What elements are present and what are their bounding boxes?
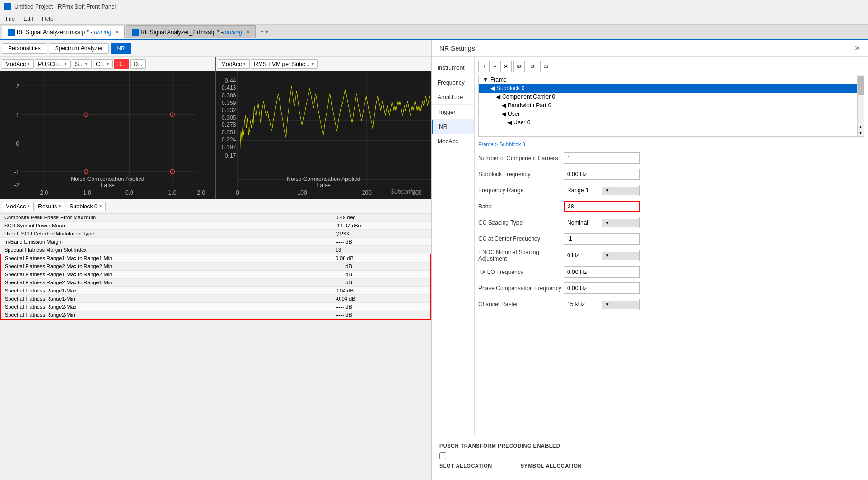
tab-add-button[interactable]: + ▾ <box>257 27 272 37</box>
chart1-c[interactable]: C...▼ <box>93 59 113 69</box>
field-freq-range-arrow[interactable]: ▼ <box>602 187 640 195</box>
field-cc-center-input[interactable] <box>564 233 640 245</box>
tree-item-cc0[interactable]: ◀ Component Carrier 0 <box>479 93 864 101</box>
tab-2-close[interactable]: ✕ <box>246 29 250 35</box>
field-tx-lo-input[interactable] <box>564 266 640 278</box>
field-phase-comp-input[interactable] <box>564 282 640 294</box>
tree-item-bwp0-label: Bandwidth Part 0 <box>508 102 551 109</box>
chart1-d1-label: D... <box>117 61 126 67</box>
tree-toolbar: + ▾ ✕ ⧉ ⧉ ⧉ <box>478 61 864 72</box>
row-label: User 0 SCH Detected Modulation Type <box>0 230 332 238</box>
chart1-s-label: S... <box>75 61 84 67</box>
row-label: Spectral Flatness Range2-Max <box>0 303 332 311</box>
tree-delete-button[interactable]: ✕ <box>500 61 512 72</box>
chart1-canvas: 2 1 0 -1 -2 -2.0 -1.0 0.0 1.0 2.0 <box>0 71 215 199</box>
chart1-pusch[interactable]: PUSCH...▼ <box>35 59 71 69</box>
tree-item-user0[interactable]: ◀ User 0 <box>479 118 864 127</box>
nav-frequency[interactable]: Frequency <box>432 75 474 90</box>
chart1-d1[interactable]: D... <box>114 59 130 69</box>
field-subblock-freq-label: Subblock Frequency <box>478 171 564 178</box>
svg-text:0.197: 0.197 <box>222 144 236 151</box>
row-value: -0.04 dB <box>332 295 431 303</box>
field-channel-raster-arrow[interactable]: ▼ <box>602 301 640 309</box>
tab-2[interactable]: RF Signal Analyzer_2.rfmxsfp * - running… <box>126 25 255 38</box>
field-endc-nominal-dropdown[interactable]: 0 Hz ▼ <box>564 250 640 261</box>
svg-text:-1: -1 <box>14 169 19 176</box>
chart1-s[interactable]: S...▼ <box>72 59 92 69</box>
field-subblock-freq-input[interactable] <box>564 169 640 180</box>
svg-text:0.251: 0.251 <box>222 129 236 136</box>
tree-copy3-button[interactable]: ⧉ <box>540 61 551 72</box>
tree-scroll-down[interactable]: ▼ <box>858 130 864 136</box>
field-cc-spacing-input-wrap: Nominal ▼ <box>564 217 864 228</box>
personalities-button[interactable]: Personalities <box>2 43 47 54</box>
tab-1[interactable]: RF Signal Analyzer.rfmxsfp * - running ✕ <box>2 26 125 39</box>
field-band-input[interactable] <box>564 201 640 212</box>
svg-text:0.224: 0.224 <box>222 136 236 143</box>
results-modacc-arrow: ▼ <box>27 204 30 208</box>
tree-item-user[interactable]: ◀ User <box>479 110 864 118</box>
svg-text:False: False <box>101 182 115 188</box>
nav-modacc[interactable]: ModAcc <box>432 134 474 149</box>
tree-copy2-button[interactable]: ⧉ <box>527 61 538 72</box>
menu-help[interactable]: Help <box>38 15 57 23</box>
tree-scroll-up[interactable]: ▲ <box>858 124 864 130</box>
nr-settings-close[interactable]: ✕ <box>854 44 860 53</box>
menu-bar: File Edit Help <box>0 13 868 25</box>
nav-nr[interactable]: NR <box>432 120 474 134</box>
chart2-rms[interactable]: RMS EVM per Subc...▼ <box>251 59 317 69</box>
tree-item-subblock0[interactable]: ◀ Subblock 0 <box>479 84 864 93</box>
results-subblock[interactable]: Subblock 0▼ <box>66 202 105 211</box>
field-freq-range-dropdown[interactable]: Range 1 ▼ <box>564 185 640 196</box>
field-endc-nominal-arrow[interactable]: ▼ <box>602 252 640 260</box>
chart1-d2[interactable]: D... <box>130 59 146 69</box>
results-results[interactable]: Results▼ <box>35 202 65 211</box>
tree-item-bwp0[interactable]: ◀ Bandwidth Part 0 <box>479 101 864 110</box>
nav-trigger[interactable]: Trigger <box>432 105 474 120</box>
left-panel: Personalities Spectrum Analyzer NR ModAc… <box>0 40 432 480</box>
highlighted-table-row: Spectral Flatness Range1-Max 0.04 dB <box>0 287 431 295</box>
row-label: In-Band Emission Margin <box>0 238 332 246</box>
field-cc-spacing-dropdown[interactable]: Nominal ▼ <box>564 217 640 228</box>
tree-scrollbar[interactable]: ▲ ▼ <box>857 75 864 136</box>
tab-1-close[interactable]: ✕ <box>115 29 119 35</box>
table-row: Composite Peak Phase Error Maximum 0.49 … <box>0 214 431 222</box>
chart2-container: ModAcc▼ RMS EVM per Subc...▼ <box>216 57 431 199</box>
row-value: ----- dB <box>332 271 431 279</box>
menu-file[interactable]: File <box>2 15 19 23</box>
svg-text:0: 0 <box>16 141 19 147</box>
nav-amplitude[interactable]: Amplitude <box>432 90 474 105</box>
field-cc-spacing-arrow[interactable]: ▼ <box>602 219 640 227</box>
chart2-toolbar: ModAcc▼ RMS EVM per Subc...▼ <box>216 57 431 71</box>
nr-settings-header: NR Settings ✕ <box>432 40 868 57</box>
svg-text:0.413: 0.413 <box>222 85 236 91</box>
tree-dropdown-button[interactable]: ▾ <box>492 61 498 72</box>
pusch-checkbox[interactable] <box>439 452 446 459</box>
tree-add-button[interactable]: + <box>478 61 490 72</box>
row-value: ----- dB <box>332 279 431 287</box>
menu-edit[interactable]: Edit <box>19 15 37 23</box>
svg-text:1.0: 1.0 <box>168 189 177 196</box>
chart2-modacc[interactable]: ModAcc▼ <box>218 59 250 69</box>
results-modacc[interactable]: ModAcc▼ <box>2 202 34 211</box>
tree-scrollbar-arrows: ▲ ▼ <box>858 124 864 136</box>
tree-item-frame[interactable]: ▼ Frame <box>479 75 864 84</box>
spectrum-analyzer-button[interactable]: Spectrum Analyzer <box>49 43 109 54</box>
side-nav: Instrument Frequency Amplitude Trigger N… <box>432 57 475 435</box>
field-num-cc-input[interactable] <box>564 152 640 164</box>
svg-text:200: 200 <box>362 189 372 196</box>
results-modacc-label: ModAcc <box>5 203 26 210</box>
row-value: -11.07 dBm <box>332 222 431 230</box>
tree-view: ▼ Frame ◀ Subblock 0 ◀ Component Carrier… <box>478 75 864 137</box>
row-value: 0.04 dB <box>332 287 431 295</box>
svg-text:2: 2 <box>16 83 19 90</box>
tree-scrollbar-thumb[interactable] <box>858 76 864 95</box>
field-tx-lo-input-wrap <box>564 266 864 278</box>
tree-copy1-button[interactable]: ⧉ <box>513 61 525 72</box>
field-channel-raster-dropdown[interactable]: 15 kHz ▼ <box>564 299 640 310</box>
highlighted-table-row: Spectral Flatness Range2-Max ----- dB <box>0 303 431 311</box>
nav-instrument[interactable]: Instrument <box>432 61 474 75</box>
chart1-modacc[interactable]: ModAcc▼ <box>2 59 34 69</box>
nr-button[interactable]: NR <box>111 43 131 54</box>
tree-item-subblock0-label: Subblock 0 <box>496 85 524 92</box>
